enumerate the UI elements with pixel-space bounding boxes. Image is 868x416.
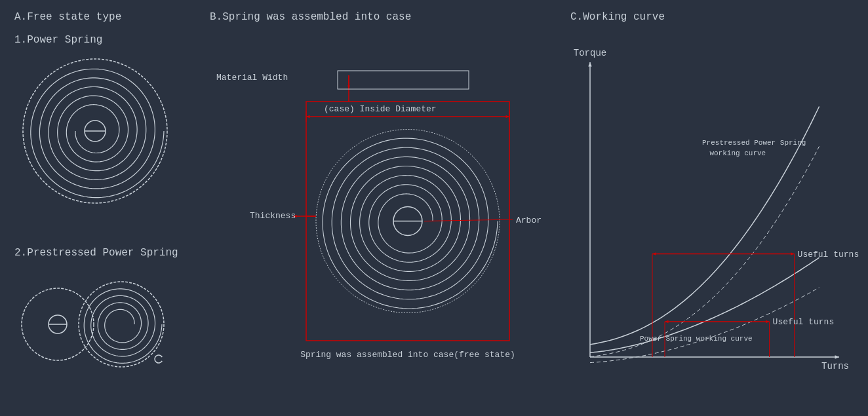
- main-container: [0, 0, 868, 416]
